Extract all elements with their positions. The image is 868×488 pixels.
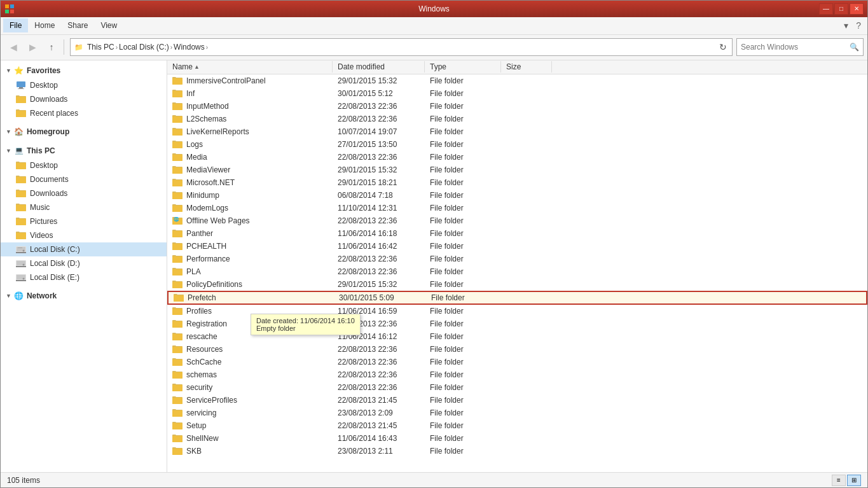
forward-button[interactable]: ▶: [24, 38, 41, 56]
address-content: 📁 This PC › Local Disk (C:) › Windows ›: [71, 43, 714, 52]
sidebar-item-localdisk-e[interactable]: Local Disk (E:): [1, 270, 167, 284]
help-button[interactable]: ?: [852, 20, 865, 31]
table-row[interactable]: Resources 22/08/2013 22:36 File folder: [167, 343, 867, 356]
minimize-button[interactable]: —: [819, 3, 833, 15]
file-name: SchCache: [186, 358, 221, 366]
table-row[interactable]: Minidump 06/08/2014 7:18 File folder: [167, 189, 867, 202]
table-row[interactable]: 🌐 Offline Web Pages 22/08/2013 22:36 Fil…: [167, 214, 867, 227]
table-row[interactable]: ImmersiveControlPanel 29/01/2015 15:32 F…: [167, 74, 867, 87]
file-type: File folder: [425, 382, 501, 393]
table-row[interactable]: servicing 23/08/2013 2:09 File folder: [167, 407, 867, 419]
sidebar-item-localdisk-d[interactable]: Local Disk (D:): [1, 256, 167, 270]
homegroup-label: Homegroup: [27, 127, 69, 136]
svg-rect-15: [16, 266, 26, 267]
table-row[interactable]: Microsoft.NET 29/01/2015 18:21 File fold…: [167, 176, 867, 189]
table-row[interactable]: LiveKernelReports 10/07/2014 19:07 File …: [167, 125, 867, 138]
file-name: PLA: [186, 267, 201, 276]
back-button[interactable]: ◀: [4, 38, 22, 56]
sidebar-item-music[interactable]: Music: [1, 200, 167, 214]
menu-share[interactable]: Share: [61, 18, 94, 32]
drive-icon-c: [16, 244, 26, 254]
menu-home[interactable]: Home: [28, 18, 61, 32]
sidebar-item-documents[interactable]: Documents: [1, 172, 167, 186]
file-date: 11/06/2014 16:43: [333, 433, 425, 443]
thispc-section[interactable]: ▼ 💻 This PC: [1, 143, 167, 158]
svg-rect-11: [16, 252, 26, 253]
sidebar-item-recent[interactable]: Recent places: [1, 106, 167, 120]
table-row[interactable]: ShellNew 11/06/2014 16:43 File folder: [167, 432, 867, 445]
file-size: [501, 220, 552, 221]
up-button[interactable]: ↑: [43, 38, 60, 56]
table-row[interactable]: L2Schemas 22/08/2013 22:36 File folder: [167, 113, 867, 125]
ribbon-toggle[interactable]: ▾: [840, 20, 852, 31]
file-date: 22/08/2013 22:36: [333, 382, 425, 393]
file-type: File folder: [425, 216, 501, 226]
sidebar-item-pictures[interactable]: Pictures: [1, 214, 167, 228]
maximize-button[interactable]: □: [834, 3, 848, 15]
favorites-section[interactable]: ▼ ⭐ Favorites: [1, 63, 167, 78]
table-row[interactable]: InputMethod 22/08/2013 22:36 File folder: [167, 100, 867, 113]
col-header-size[interactable]: Size: [501, 61, 552, 73]
file-list[interactable]: ImmersiveControlPanel 29/01/2015 15:32 F…: [167, 74, 867, 472]
file-type: File folder: [425, 178, 501, 188]
file-size: [501, 450, 552, 452]
breadcrumb-thispc[interactable]: This PC: [87, 43, 114, 52]
breadcrumb-windows[interactable]: Windows: [174, 43, 205, 52]
menu-bar: File Home Share View ▾ ?: [1, 17, 867, 35]
table-row[interactable]: ModemLogs 11/10/2014 12:31 File folder: [167, 202, 867, 214]
sidebar-item-localdisk-c[interactable]: Local Disk (C:): [1, 242, 167, 256]
file-date: 22/08/2013 22:36: [333, 114, 425, 124]
sidebar-item-desktop-pc[interactable]: Desktop: [1, 158, 167, 172]
refresh-button[interactable]: ↻: [714, 38, 732, 56]
file-size: [501, 438, 552, 439]
view-list-button[interactable]: ⊞: [847, 475, 861, 486]
col-header-date[interactable]: Date modified: [333, 61, 425, 73]
table-row[interactable]: PCHEALTH 11/06/2014 16:42 File folder: [167, 240, 867, 253]
table-row[interactable]: SchCache 22/08/2013 22:36 File folder: [167, 356, 867, 368]
table-row[interactable]: PolicyDefinitions 29/01/2015 15:32 File …: [167, 278, 867, 291]
table-row[interactable]: Inf 30/01/2015 5:12 File folder: [167, 87, 867, 100]
sidebar-item-videos[interactable]: Videos: [1, 228, 167, 242]
file-name: ServiceProfiles: [186, 396, 237, 405]
search-input[interactable]: [741, 43, 850, 52]
close-button[interactable]: ✕: [850, 3, 864, 15]
view-details-button[interactable]: ≡: [832, 475, 846, 486]
address-bar[interactable]: 📁 This PC › Local Disk (C:) › Windows › …: [70, 38, 733, 56]
network-section[interactable]: ▼ 🌐 Network: [1, 288, 167, 303]
sidebar-label-desktop-pc: Desktop: [30, 161, 58, 170]
file-size: [501, 323, 552, 324]
file-name: Inf: [186, 89, 195, 98]
breadcrumb-localdisk[interactable]: Local Disk (C:): [119, 43, 169, 52]
menu-file[interactable]: File: [3, 18, 28, 32]
table-row[interactable]: schemas 22/08/2013 22:36 File folder: [167, 368, 867, 381]
table-row[interactable]: PLA 22/08/2013 22:36 File folder: [167, 265, 867, 278]
table-row[interactable]: Panther 11/06/2014 16:18 File folder: [167, 227, 867, 240]
file-type: File folder: [425, 370, 501, 380]
sidebar-item-downloads-pc[interactable]: Downloads: [1, 186, 167, 200]
menu-view[interactable]: View: [94, 18, 123, 32]
file-date: 23/08/2013 2:11: [333, 446, 425, 456]
search-box[interactable]: 🔍: [736, 38, 864, 56]
file-name: Setup: [186, 421, 206, 430]
col-header-name[interactable]: Name ▲: [167, 61, 333, 73]
table-row[interactable]: Setup 22/08/2013 21:45 File folder: [167, 419, 867, 432]
sidebar-item-desktop-fav[interactable]: Desktop: [1, 78, 167, 92]
window-title: Windows: [418, 4, 450, 13]
file-name: Registration: [186, 319, 227, 328]
column-headers: Name ▲ Date modified Type Size: [167, 60, 867, 74]
sidebar-item-downloads-fav[interactable]: Downloads: [1, 92, 167, 106]
folder-icon: [172, 242, 183, 250]
table-row[interactable]: Prefetch 30/01/2015 5:09 File folder: [167, 291, 867, 305]
homegroup-section[interactable]: ▼ 🏠 Homegroup: [1, 124, 167, 139]
table-row[interactable]: ServiceProfiles 22/08/2013 21:45 File fo…: [167, 394, 867, 407]
window-icon: [4, 4, 15, 14]
table-row[interactable]: MediaViewer 29/01/2015 15:32 File folder: [167, 164, 867, 176]
table-row[interactable]: Performance 22/08/2013 22:36 File folder: [167, 253, 867, 265]
table-row[interactable]: security 22/08/2013 22:36 File folder: [167, 381, 867, 394]
table-row[interactable]: Logs 27/01/2015 13:50 File folder: [167, 138, 867, 151]
col-header-type[interactable]: Type: [425, 61, 501, 73]
file-size: [501, 387, 552, 388]
table-row[interactable]: SKB 23/08/2013 2:11 File folder: [167, 445, 867, 457]
file-date: 22/08/2013 22:36: [333, 101, 425, 111]
table-row[interactable]: Media 22/08/2013 22:36 File folder: [167, 151, 867, 164]
